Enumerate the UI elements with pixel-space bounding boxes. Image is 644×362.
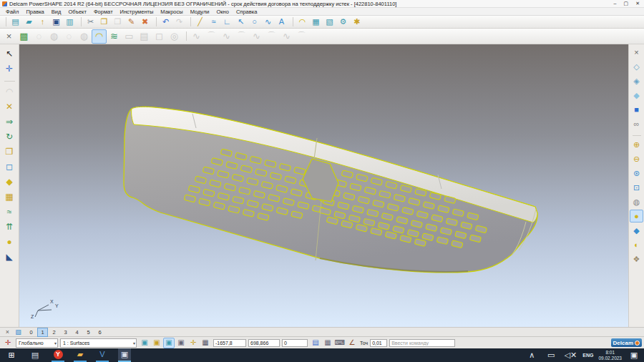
iso-view-icon[interactable]: ◇ (630, 60, 643, 73)
viewport-3d[interactable]: X Y Z (19, 44, 628, 327)
menu-format[interactable]: Формат (91, 9, 116, 15)
menu-macros[interactable]: Макросы (157, 9, 185, 15)
transform-icon[interactable]: ✛ (2, 62, 17, 75)
create-feature-icon[interactable]: ▧ (323, 16, 336, 28)
level-tab-2[interactable]: 2 (49, 328, 59, 337)
notepad-app-icon[interactable]: ▤ (28, 348, 42, 362)
mirror-icon[interactable]: ❐ (2, 145, 17, 158)
calculator-icon[interactable]: ▦ (322, 338, 333, 348)
close-button[interactable]: ✕ (635, 1, 640, 6)
morph-icon[interactable]: ≈ (2, 205, 17, 218)
toolbar-close-icon[interactable]: × (1, 29, 16, 44)
render-quality-icon[interactable]: ◐ (630, 238, 643, 251)
intelligent-cursor-icon[interactable]: ▣ (139, 338, 150, 348)
globe-icon[interactable]: ◍ (630, 195, 643, 208)
multi-view-icon[interactable]: ∞ (630, 117, 643, 130)
start-button[interactable]: ⊞ (4, 348, 19, 362)
extrude-icon[interactable]: ⇈ (2, 220, 17, 233)
snap-grid-icon[interactable]: ▣ (163, 338, 175, 348)
zoom-in-icon[interactable]: ⊕ (630, 138, 643, 151)
explorer-app-icon[interactable]: ▰ (74, 348, 87, 362)
rotate-icon[interactable]: ↻ (2, 129, 17, 143)
save-icon[interactable]: ▣ (49, 16, 63, 28)
wireframe-cube-icon[interactable]: ◻ (2, 160, 17, 173)
array-icon[interactable]: ▦ (2, 190, 17, 203)
create-circle-icon[interactable]: ○ (248, 16, 261, 28)
shaded-render-icon[interactable]: ● (630, 210, 643, 222)
print-icon[interactable]: ▥ (63, 16, 77, 28)
level-tab-0[interactable]: 0 (26, 328, 36, 337)
clock[interactable]: 8:01 09.02.2023 (598, 350, 622, 361)
levels-close-icon[interactable]: × (2, 328, 13, 337)
new-model-icon[interactable]: ▤ (9, 16, 22, 28)
menu-view[interactable]: Вид (49, 9, 64, 15)
grid-icon[interactable]: ▦ (200, 338, 211, 348)
create-sketch-icon[interactable]: ≈ (207, 16, 220, 28)
workplane-icon[interactable]: ✛ (2, 338, 14, 348)
volume-muted-icon[interactable]: ◁✕ (563, 348, 577, 362)
zoom-full-icon[interactable]: ⊛ (630, 167, 643, 180)
open-model-icon[interactable]: ▰ (22, 16, 36, 28)
import-icon[interactable]: ↑ (36, 16, 49, 28)
menu-help[interactable]: Справка (233, 9, 260, 15)
undo-icon[interactable]: ↶ (159, 16, 172, 28)
front-view-icon[interactable]: ◈ (630, 74, 643, 87)
menu-edit[interactable]: Правка (23, 9, 47, 15)
snap-items-icon[interactable]: ▣ (151, 338, 162, 348)
shaded-cube-icon[interactable]: ■ (630, 103, 643, 116)
v-app-icon[interactable]: V (96, 348, 109, 362)
item-list-icon[interactable]: ▤ (310, 338, 321, 348)
surface-from-curves-icon[interactable]: ◠ (92, 29, 107, 44)
level-tab-6[interactable]: 6 (94, 328, 105, 337)
coord-x-field[interactable]: -1657,8 (213, 339, 246, 347)
workplane-select[interactable]: Глобально (16, 338, 58, 348)
zoom-box-icon[interactable]: ⊡ (630, 181, 643, 194)
wizard-icon[interactable]: ✱ (350, 16, 364, 28)
create-assembly-icon[interactable]: ⚙ (336, 16, 350, 28)
minimize-button[interactable]: – (614, 1, 617, 6)
trim-tool-icon[interactable]: ✕ (2, 99, 17, 113)
select-arrow-icon[interactable]: ↖ (2, 47, 17, 60)
level-tab-3[interactable]: 3 (60, 328, 71, 337)
top-view-icon[interactable]: ◆ (630, 89, 643, 102)
zoom-out-icon[interactable]: ⊖ (630, 152, 643, 165)
solid-cube-icon[interactable]: ◆ (2, 175, 17, 188)
powershape-app-icon[interactable]: ▣ (118, 348, 131, 362)
workplane-snap-icon[interactable]: ✛ (187, 338, 199, 348)
hidden-icons-button[interactable]: ∧ (525, 348, 539, 362)
pyramid-select-icon[interactable]: ◣ (2, 250, 17, 263)
cut-icon[interactable]: ✂ (84, 16, 97, 28)
viewbar-close-icon[interactable]: × (630, 46, 643, 59)
format-painter-icon[interactable]: ✎ (125, 16, 138, 28)
menu-object[interactable]: Объект (65, 9, 89, 15)
create-arrow-icon[interactable]: ↖ (234, 16, 248, 28)
menu-tools[interactable]: Инструменты (117, 9, 157, 15)
action-center-icon[interactable]: ▣ (627, 348, 641, 362)
dynamic-sectioning-icon[interactable]: ◆ (630, 224, 643, 237)
level-tab-5[interactable]: 5 (83, 328, 94, 337)
delete-icon[interactable]: ✖ (138, 16, 152, 28)
surface-drive-curve-icon[interactable]: ≋ (107, 29, 122, 44)
coord-y-field[interactable]: 698,866 (248, 339, 280, 347)
create-line-icon[interactable]: ╱ (193, 16, 207, 28)
level-tab-1[interactable]: 1 (37, 328, 48, 337)
level-tab-4[interactable]: 4 (72, 328, 82, 337)
maximize-button[interactable]: ▢ (624, 1, 629, 6)
levels-palette-icon[interactable]: ▧ (13, 328, 24, 337)
offset-icon[interactable]: ⇒ (2, 114, 17, 128)
create-polyline-icon[interactable]: ∟ (220, 16, 234, 28)
sphere-icon[interactable]: ● (2, 235, 17, 248)
create-text-icon[interactable]: A (275, 16, 288, 28)
hide-item-icon[interactable]: ❖ (630, 253, 643, 265)
yandex-browser-icon[interactable]: Y (52, 348, 64, 362)
menu-file[interactable]: Файл (3, 9, 21, 15)
coord-z-field[interactable]: 0 (282, 339, 308, 347)
keyboard-icon[interactable]: ⌨ (334, 338, 346, 348)
tolerance-value-field[interactable]: 0,01 (370, 339, 387, 347)
menu-window[interactable]: Окно (214, 9, 232, 15)
surface-edit-icon[interactable]: ▩ (16, 29, 31, 44)
tolerance-icon[interactable]: ∠ (346, 338, 358, 348)
command-input[interactable] (389, 339, 455, 347)
create-surface-icon[interactable]: ◠ (296, 16, 309, 28)
level-select[interactable]: 1 : Surfaces (60, 338, 137, 348)
